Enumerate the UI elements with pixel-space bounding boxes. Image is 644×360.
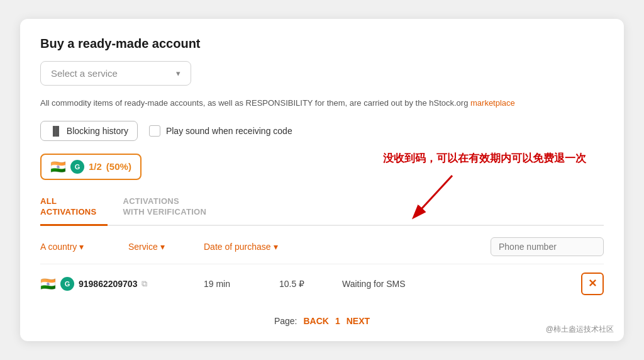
copy-icon[interactable]: ⧉ xyxy=(142,279,147,289)
account-badge[interactable]: 🇮🇳 G 1/2 (50%) xyxy=(40,154,142,180)
cell-price: 10.5 ₽ xyxy=(279,279,342,289)
back-link[interactable]: BACK xyxy=(304,316,329,326)
page-label: Page: xyxy=(274,316,297,326)
blocking-history-button[interactable]: ▐▌ Blocking history xyxy=(40,121,138,141)
phone-number[interactable]: 919862209703 xyxy=(79,279,137,289)
tab-all-activations[interactable]: ALL ACTIVATIONS xyxy=(40,191,108,226)
main-card: Buy a ready-made account Select a servic… xyxy=(20,19,624,340)
service-select[interactable]: Select a service ▾ xyxy=(40,61,191,86)
gpt-service-icon: G xyxy=(70,160,84,174)
current-page: 1 xyxy=(335,316,340,326)
info-text: All commodity items of ready-made accoun… xyxy=(40,97,604,110)
card-title: Buy a ready-made account xyxy=(40,37,604,51)
phone-search-input[interactable] xyxy=(491,237,604,256)
tab-activations-verification[interactable]: ACTIVATIONS WITH VERIFICATION xyxy=(123,191,218,226)
table-row: 🇮🇳 G 919862209703 ⧉ 19 min 10.5 ₽ Waitin… xyxy=(40,264,604,303)
chevron-country-icon: ▾ xyxy=(79,242,84,252)
cell-phone-info: 🇮🇳 G 919862209703 ⧉ xyxy=(40,276,204,291)
india-flag-icon: 🇮🇳 xyxy=(50,159,66,174)
watermark: @柿土盎运技术社区 xyxy=(546,324,614,335)
marketplace-link[interactable]: marketplace xyxy=(470,98,515,108)
play-sound-row: Play sound when receiving code xyxy=(149,125,292,137)
service-select-label: Select a service xyxy=(51,68,118,79)
cell-status: Waiting for SMS xyxy=(342,279,581,289)
cell-time: 19 min xyxy=(204,279,279,289)
cancel-button[interactable]: ✕ xyxy=(581,273,604,295)
blocking-history-label: Blocking history xyxy=(67,126,128,136)
play-sound-checkbox[interactable] xyxy=(149,125,160,137)
col-date-header[interactable]: Date of purchase ▾ xyxy=(204,242,317,252)
table-header: A country ▾ Service ▾ Date of purchase ▾ xyxy=(40,237,604,256)
col-service-header[interactable]: Service ▾ xyxy=(128,242,204,252)
next-link[interactable]: NEXT xyxy=(347,316,370,326)
bar-chart-icon: ▐▌ xyxy=(50,126,62,136)
row-india-flag-icon: 🇮🇳 xyxy=(40,276,56,291)
chevron-service-icon: ▾ xyxy=(160,242,165,252)
col-country-header[interactable]: A country ▾ xyxy=(40,242,128,252)
account-percent: (50%) xyxy=(106,161,131,172)
chevron-date-icon: ▾ xyxy=(274,242,278,252)
play-sound-label: Play sound when receiving code xyxy=(166,126,292,136)
pagination: Page: BACK 1 NEXT xyxy=(40,316,604,326)
account-count: 1/2 xyxy=(89,161,102,172)
actions-row: ▐▌ Blocking history Play sound when rece… xyxy=(40,121,604,141)
row-gpt-icon: G xyxy=(60,277,74,291)
chevron-down-icon: ▾ xyxy=(176,69,180,78)
tab-row: ALL ACTIVATIONS ACTIVATIONS WITH VERIFIC… xyxy=(40,191,604,226)
annotation-text: 没收到码，可以在有效期内可以免费退一次 xyxy=(383,151,586,166)
